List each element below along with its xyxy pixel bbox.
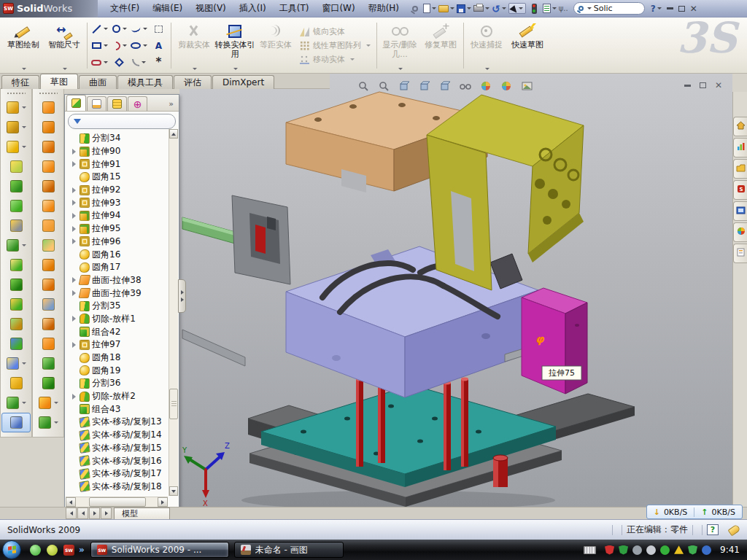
- text-tool[interactable]: A: [149, 37, 169, 54]
- apply-scene-icon[interactable]: [498, 79, 515, 93]
- undo-icon[interactable]: ↺: [492, 2, 506, 15]
- line-tool[interactable]: [90, 20, 109, 37]
- lofted-surface-icon[interactable]: [34, 157, 63, 176]
- task-pane-tab-appearances[interactable]: [733, 222, 747, 242]
- thicken-icon[interactable]: [34, 354, 63, 373]
- tree-item[interactable]: 实体-移动/复制15: [70, 442, 179, 455]
- manager-tab-feature-manager[interactable]: [66, 95, 86, 111]
- expand-toggle[interactable]: [70, 342, 77, 348]
- reference-geometry-icon[interactable]: [1, 373, 31, 393]
- expand-toggle[interactable]: [70, 149, 77, 155]
- model-slide-unit[interactable]: [182, 195, 290, 284]
- display-style-icon[interactable]: [436, 79, 454, 93]
- expand-arrow-icon[interactable]: [72, 213, 76, 219]
- search-dropdown-icon[interactable]: [587, 7, 592, 9]
- expand-arrow-icon[interactable]: [72, 226, 76, 232]
- task-pane-tab-custom-properties[interactable]: [733, 244, 747, 263]
- expand-toggle[interactable]: [70, 226, 77, 232]
- display-delete-relations-button[interactable]: 显示/删除几...: [379, 20, 420, 71]
- tree-item[interactable]: 拉伸97: [70, 338, 179, 351]
- extruded-boss-icon[interactable]: [1, 98, 31, 117]
- tree-item[interactable]: 实体-移动/复制13: [70, 416, 179, 429]
- rapid-sketch-button[interactable]: 快速草图: [507, 20, 548, 71]
- tree-vertical-scrollbar[interactable]: [169, 129, 178, 496]
- zoom-to-fit-icon[interactable]: [355, 79, 372, 93]
- expand-toggle[interactable]: [70, 290, 77, 296]
- knit-surface-icon[interactable]: [34, 334, 63, 354]
- tab-模具工具[interactable]: 模具工具: [117, 75, 173, 89]
- tab-曲面[interactable]: 曲面: [79, 75, 117, 89]
- task-pane-tab-file-explorer[interactable]: [733, 201, 747, 221]
- expand-toggle[interactable]: [70, 277, 77, 283]
- next-tab-button[interactable]: [89, 508, 100, 519]
- tree-item[interactable]: 圆角16: [70, 248, 179, 261]
- insert-part-icon[interactable]: [1, 354, 31, 373]
- dropdown-icon[interactable]: [22, 126, 26, 128]
- taskbar-button[interactable]: SWSolidWorks 2009 - ...: [90, 542, 229, 558]
- dropdown-icon[interactable]: [104, 44, 108, 47]
- ruled-surface-icon[interactable]: [34, 255, 63, 275]
- tree-item[interactable]: 切除-放样1: [70, 313, 179, 326]
- tab-草图[interactable]: 草图: [40, 74, 78, 89]
- trim-entities-button[interactable]: 剪裁实体: [174, 20, 214, 71]
- help-icon[interactable]: ?: [650, 2, 662, 15]
- shield-green-icon[interactable]: [619, 545, 628, 555]
- doc-minimize-icon[interactable]: [684, 85, 691, 87]
- expand-arrow-icon[interactable]: [72, 277, 76, 283]
- taskbar-clock[interactable]: 9:41: [720, 545, 740, 555]
- manager-tab-configuration-manager[interactable]: [107, 96, 127, 111]
- rib-icon[interactable]: [1, 255, 31, 275]
- window-controls[interactable]: ✕: [667, 4, 697, 13]
- stacked-tool-button[interactable]: 线性草图阵列: [300, 40, 371, 51]
- manager-tabs-more-icon[interactable]: »: [165, 99, 177, 111]
- expand-toggle[interactable]: [70, 187, 77, 193]
- offset-entities-button[interactable]: 等距实体: [255, 20, 296, 71]
- taskbar-button[interactable]: 未命名 - 画图: [234, 542, 344, 558]
- scroll-down-button[interactable]: [169, 486, 178, 496]
- dropdown-icon[interactable]: [143, 28, 147, 30]
- task-pane-tab-home[interactable]: [733, 117, 747, 136]
- combine-icon[interactable]: [1, 314, 31, 334]
- tree-item[interactable]: 曲面-拉伸39: [70, 287, 179, 300]
- tree-item[interactable]: 圆角17: [70, 261, 179, 274]
- tree-horizontal-scrollbar[interactable]: [66, 497, 168, 507]
- extend-surface-icon[interactable]: [34, 275, 63, 295]
- dropdown-icon[interactable]: [54, 402, 58, 404]
- last-tab-button[interactable]: [101, 508, 112, 519]
- rectangle-tool[interactable]: [90, 37, 109, 54]
- dropdown-icon[interactable]: [143, 44, 147, 47]
- manager-tab-dimxpert-manager[interactable]: ⊕: [128, 96, 147, 111]
- model-3d-exploded-assembly[interactable]: φ: [179, 74, 732, 507]
- expand-arrow-icon[interactable]: [72, 200, 76, 206]
- prev-tab-button[interactable]: [77, 508, 88, 519]
- tag-icon[interactable]: [727, 524, 740, 536]
- tree-item[interactable]: 圆角18: [70, 351, 179, 365]
- volume-icon[interactable]: [646, 545, 656, 555]
- model-push-rod[interactable]: [182, 330, 245, 366]
- untrim-surface-icon[interactable]: [34, 314, 63, 334]
- planar-surface-icon[interactable]: [34, 216, 63, 236]
- tree-filter-box[interactable]: [68, 114, 176, 129]
- ellipse-tool[interactable]: [129, 37, 149, 54]
- dropdown-icon[interactable]: [366, 44, 371, 47]
- tree-item[interactable]: 组合42: [70, 325, 179, 338]
- extruded-cut-icon[interactable]: [1, 117, 31, 137]
- stacked-tool-button[interactable]: 移动实体: [300, 54, 371, 65]
- dropdown-icon[interactable]: [142, 61, 146, 63]
- security-alert-icon[interactable]: [605, 545, 614, 555]
- section-view-icon[interactable]: [395, 79, 413, 93]
- graphics-viewport[interactable]: φ: [179, 74, 732, 507]
- split-icon[interactable]: [1, 295, 31, 314]
- select-tool-icon[interactable]: [508, 3, 526, 14]
- offset-surface-icon[interactable]: [34, 236, 63, 255]
- tree-item[interactable]: 实体-移动/复制17: [70, 467, 179, 481]
- defender-icon[interactable]: [688, 545, 697, 555]
- tree-item[interactable]: 切除-放样2: [70, 390, 179, 403]
- chamfer-icon[interactable]: [1, 157, 31, 176]
- expand-toggle[interactable]: [70, 238, 77, 244]
- pin-icon[interactable]: [409, 2, 421, 15]
- repair-sketch-button[interactable]: 修复草图: [420, 20, 461, 71]
- expand-arrow-icon[interactable]: [72, 187, 76, 193]
- expand-arrow-icon[interactable]: [72, 394, 76, 400]
- restore-icon[interactable]: [678, 6, 685, 12]
